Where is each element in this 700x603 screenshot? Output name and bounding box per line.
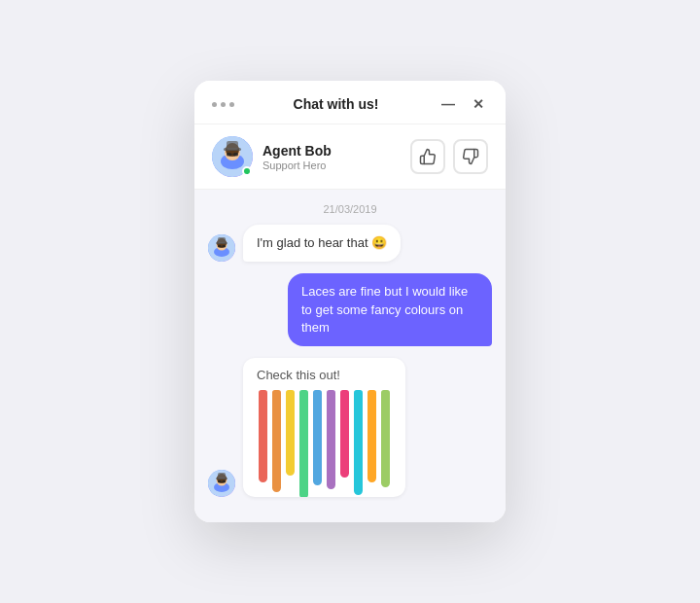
minimize-button[interactable]: — [438,94,459,114]
message-row: I'm glad to hear that 😀 [208,225,492,262]
agent-text-info: Agent Bob Support Hero [262,143,332,171]
chat-window: Chat with us! — ✕ [194,81,506,522]
agent-avatar-small-2 [208,470,235,497]
svg-rect-23 [218,473,226,479]
image-message-bubble: Check this out! [243,358,405,497]
online-indicator [242,166,252,176]
close-button[interactable]: ✕ [469,94,488,114]
svg-rect-25 [223,480,227,483]
message-row-user: Laces are fine but I would like to get s… [208,273,492,346]
lace-stripe [299,390,308,497]
message-row-image: Check this out! [208,358,492,497]
svg-rect-6 [227,153,231,157]
agent-message-avatar-2 [208,470,235,497]
agent-info: Agent Bob Support Hero [212,136,332,177]
laces-image [257,390,392,497]
lace-stripe [313,390,322,485]
thumbs-down-button[interactable] [453,139,488,174]
dot-3 [229,102,234,107]
feedback-buttons [410,139,488,174]
svg-rect-14 [218,237,226,243]
image-message-text: Check this out! [257,368,392,382]
lace-stripe [368,390,376,482]
lace-stripe [327,390,335,489]
thumbs-up-button[interactable] [410,139,445,174]
agent-avatar-small [208,234,235,262]
message-bubble-1: I'm glad to hear that 😀 [243,225,401,262]
message-bubble-2: Laces are fine but I would like to get s… [288,273,492,346]
thumbs-down-icon [462,148,479,165]
dot-1 [212,102,217,107]
lace-stripe [286,390,295,476]
lace-stripe [354,390,363,495]
dot-2 [221,102,226,107]
svg-rect-16 [223,245,227,248]
svg-rect-24 [218,480,222,483]
window-dots [212,102,234,107]
agent-row: Agent Bob Support Hero [194,124,506,190]
message-text-1: I'm glad to hear that 😀 [257,235,387,250]
lace-stripe [259,390,267,482]
agent-title: Support Hero [262,160,332,171]
thumbs-up-icon [419,148,437,165]
message-text-2: Laces are fine but I would like to get s… [301,284,468,334]
lace-stripe [381,390,390,487]
chat-body: 21/03/2019 I'm glad to hear that 😀 [194,190,506,522]
window-controls: — ✕ [438,94,488,114]
window-title: Chat with us! [294,96,379,112]
lace-stripe [272,390,281,492]
agent-avatar-wrapper [212,136,253,177]
agent-message-avatar [208,234,235,262]
svg-rect-15 [218,245,222,248]
svg-rect-7 [233,153,238,157]
top-bar: Chat with us! — ✕ [194,81,506,124]
lace-stripe [340,390,349,478]
agent-name: Agent Bob [262,143,332,159]
date-divider: 21/03/2019 [208,203,492,215]
svg-rect-5 [227,141,238,150]
